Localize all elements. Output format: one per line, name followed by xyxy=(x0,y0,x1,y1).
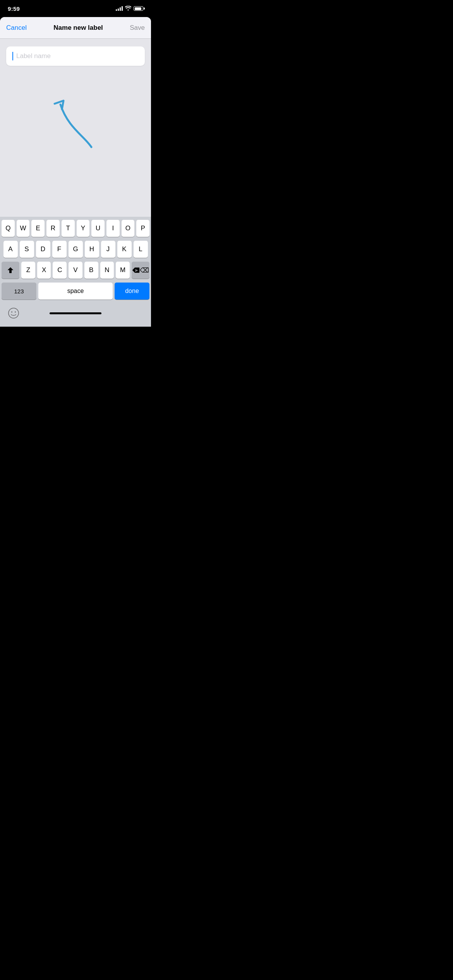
delete-key[interactable]: ⌫ xyxy=(132,262,149,279)
key-a[interactable]: A xyxy=(3,241,18,258)
home-indicator xyxy=(50,312,101,314)
key-c[interactable]: C xyxy=(53,262,67,279)
key-w[interactable]: W xyxy=(17,220,30,237)
modal-sheet: Cancel Name new label Save Label name Q … xyxy=(0,17,151,327)
status-bar: 9:59 xyxy=(0,0,151,17)
keyboard-row-4: 123 space done xyxy=(2,283,149,300)
key-r[interactable]: R xyxy=(46,220,60,237)
key-x[interactable]: X xyxy=(37,262,51,279)
key-g[interactable]: G xyxy=(69,241,83,258)
space-key[interactable]: space xyxy=(38,283,113,300)
key-l[interactable]: L xyxy=(134,241,148,258)
key-z[interactable]: Z xyxy=(21,262,35,279)
battery-icon xyxy=(134,6,143,11)
status-time: 9:59 xyxy=(8,5,20,12)
key-i[interactable]: I xyxy=(106,220,120,237)
key-s[interactable]: S xyxy=(20,241,34,258)
svg-point-2 xyxy=(15,312,16,313)
cancel-button[interactable]: Cancel xyxy=(6,21,27,35)
svg-point-1 xyxy=(11,312,12,313)
key-n[interactable]: N xyxy=(100,262,114,279)
keyboard: Q W E R T Y U I O P A S D F G H J K xyxy=(0,217,151,327)
text-cursor xyxy=(12,52,13,60)
key-t[interactable]: T xyxy=(62,220,75,237)
key-q[interactable]: Q xyxy=(2,220,15,237)
key-p[interactable]: P xyxy=(136,220,149,237)
key-f[interactable]: F xyxy=(52,241,67,258)
wifi-icon xyxy=(125,6,131,12)
key-o[interactable]: O xyxy=(122,220,135,237)
numbers-key[interactable]: 123 xyxy=(2,283,36,300)
annotation-area xyxy=(6,66,145,128)
label-name-placeholder: Label name xyxy=(16,52,51,60)
key-d[interactable]: D xyxy=(36,241,50,258)
key-j[interactable]: J xyxy=(101,241,115,258)
key-v[interactable]: V xyxy=(69,262,82,279)
keyboard-row-2: A S D F G H J K L xyxy=(2,241,149,258)
signal-icon xyxy=(116,6,123,11)
key-m[interactable]: M xyxy=(116,262,130,279)
content-area: Label name xyxy=(0,39,151,135)
status-icons xyxy=(116,6,143,12)
dialog-title: Name new label xyxy=(53,24,103,32)
nav-bar: Cancel Name new label Save xyxy=(0,17,151,39)
label-name-input-container[interactable]: Label name xyxy=(6,46,145,66)
keyboard-rows: Q W E R T Y U I O P A S D F G H J K xyxy=(0,217,151,303)
keyboard-row-1: Q W E R T Y U I O P xyxy=(2,220,149,237)
emoji-button[interactable] xyxy=(6,306,21,320)
key-u[interactable]: U xyxy=(91,220,105,237)
key-b[interactable]: B xyxy=(84,262,98,279)
done-key[interactable]: done xyxy=(115,283,149,300)
key-e[interactable]: E xyxy=(31,220,45,237)
save-button[interactable]: Save xyxy=(130,21,145,35)
key-y[interactable]: Y xyxy=(77,220,90,237)
keyboard-bottom-bar xyxy=(0,303,151,327)
key-k[interactable]: K xyxy=(117,241,132,258)
keyboard-row-3: Z X C V B N M ⌫ xyxy=(2,262,149,279)
svg-point-0 xyxy=(9,308,19,318)
key-h[interactable]: H xyxy=(85,241,99,258)
shift-key[interactable] xyxy=(2,262,19,279)
